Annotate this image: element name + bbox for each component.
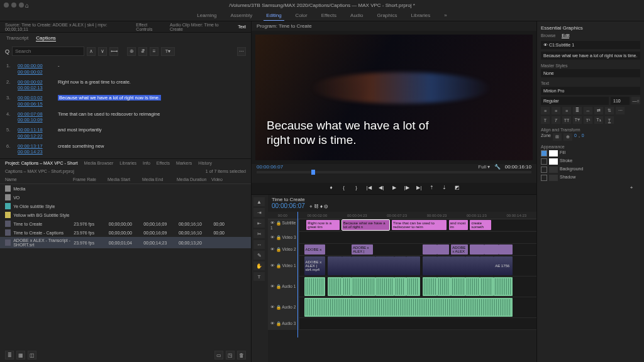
caption-row[interactable]: 3.00:00:03:0200:00:06:15Because what we …	[6, 93, 245, 109]
faux-italic-icon[interactable]: T	[552, 116, 560, 124]
lift-icon[interactable]: ⇡	[428, 185, 436, 190]
eg-more-icon[interactable]: ⋯	[616, 107, 625, 114]
bg-color-swatch[interactable]	[549, 167, 558, 173]
caption-row[interactable]: 2.00:00:00:0200:00:02:13Right now is a g…	[6, 77, 245, 94]
add-marker-icon[interactable]: ♦	[328, 185, 335, 190]
justify-icon[interactable]: ≣	[573, 107, 582, 114]
col-name[interactable]: Name	[5, 177, 73, 182]
eg-font-style[interactable]: Regular	[541, 97, 609, 105]
project-row[interactable]: Time to Create23.976 fps00;00;00;0000;00…	[0, 219, 251, 228]
workspace-overflow-icon[interactable]: »	[441, 11, 449, 20]
timeline-clip[interactable]: ADOBE x ALEX | sk4.mp4	[304, 256, 326, 275]
caption-row[interactable]: 4.00:00:07:0800:00:10:09Time that can be…	[6, 109, 245, 126]
project-row[interactable]: Yellow with BG Subtitle Style	[0, 211, 251, 219]
hand-tool-icon[interactable]: ✋	[253, 261, 265, 270]
source-monitor-tab[interactable]: Source: Time to Create: ADOBE x ALEX | s…	[5, 23, 131, 31]
project-row[interactable]: ADOBE x ALEX - Transcript - SHORT.srt23.…	[0, 237, 251, 248]
superscript-icon[interactable]: T¹	[584, 116, 592, 124]
timeline-track[interactable]: 👁 🔒 Audio 1	[268, 277, 536, 297]
fill-checkbox[interactable]	[541, 150, 547, 156]
eg-size-slider-icon[interactable]: —○	[631, 97, 640, 104]
snap-icon[interactable]: ⌖	[309, 204, 313, 209]
razor-tool-icon[interactable]: ✂	[253, 229, 265, 238]
captions-tab[interactable]: Captions	[36, 35, 56, 41]
caption-row[interactable]: 6.00:00:13:1700:00:14:23create something…	[6, 141, 245, 158]
freeform-view-icon[interactable]: ◫	[28, 351, 36, 359]
allcaps-icon[interactable]: TT	[562, 116, 571, 124]
subscript-icon[interactable]: T₁	[594, 116, 603, 124]
timeline-clip[interactable]	[423, 256, 437, 275]
col-video[interactable]: Video	[211, 177, 246, 182]
shadow-checkbox[interactable]	[541, 175, 547, 181]
program-current-tc[interactable]: 00:00:06:07	[257, 164, 283, 170]
project-tab[interactable]: Project: Captions – MAX VPC - Short	[5, 161, 78, 165]
project-row[interactable]: Ye Olde subtitle Style	[0, 202, 251, 211]
eg-layer-item[interactable]: 👁 C1:Subtitle 1	[543, 43, 574, 47]
audio-clip-mixer-tab[interactable]: Audio Clip Mixer: Time to Create	[170, 23, 233, 31]
mark-in-icon[interactable]: {	[340, 185, 348, 190]
timeline-ruler[interactable]: 00:0000:00:02:0000:00:04:2300:00:07:2300…	[268, 212, 536, 219]
timeline-clip[interactable]: and most im	[449, 220, 468, 230]
shadow-color-swatch[interactable]	[549, 175, 558, 181]
col-mediaend[interactable]: Media End	[142, 177, 177, 182]
program-monitor-tab[interactable]: Program: Time to Create	[257, 23, 312, 29]
type-tool-icon[interactable]: T	[253, 272, 265, 281]
track-header[interactable]: 👁 🔒 Subtitle 1	[268, 219, 299, 231]
timeline-clip[interactable]	[352, 256, 375, 275]
program-scrub-bar[interactable]	[257, 171, 531, 173]
timeline-track[interactable]: 👁 🔒 Audio 2	[268, 297, 536, 318]
selection-tool-icon[interactable]: ▲	[253, 197, 265, 206]
new-item-icon[interactable]: ◳	[226, 351, 235, 359]
workspace-graphics[interactable]: Graphics	[375, 11, 400, 20]
timeline-clip[interactable]	[451, 256, 465, 275]
workspace-audio[interactable]: Audio	[348, 11, 365, 20]
linked-sel-icon[interactable]: ⛓	[314, 204, 319, 209]
timeline-clip[interactable]: Because what we have a lot of right n	[342, 220, 389, 230]
eg-master-style-dropdown[interactable]: None	[541, 69, 640, 77]
add-caption-icon[interactable]: ⊕	[127, 47, 136, 56]
ripple-edit-icon[interactable]: ⇤	[253, 219, 265, 228]
new-bin-icon[interactable]: ▭	[214, 351, 223, 359]
transcript-tab[interactable]: Transcript	[6, 35, 28, 41]
step-back-icon[interactable]: ◀|	[378, 185, 386, 190]
timeline-clip[interactable]: Right now is a great tim	[306, 220, 340, 230]
marker-icon[interactable]: ♦	[320, 204, 323, 209]
workspace-color[interactable]: Color	[293, 11, 310, 20]
timeline-track[interactable]: 👁 🔒 Subtitle 1Right now is a great timBe…	[268, 219, 536, 232]
col-framerate[interactable]: Frame Rate	[73, 177, 108, 182]
track-header[interactable]: 👁 🔒 Video 3	[268, 232, 299, 243]
timeline-clip[interactable]	[437, 244, 449, 255]
eg-pos-x[interactable]: 0	[574, 133, 577, 141]
info-tab[interactable]: Info	[143, 161, 150, 165]
timeline-track[interactable]: 👁 🔒 Video 1ADOBE x ALEX | sk4.mp4AE 1756	[268, 256, 536, 277]
timeline-clip[interactable]	[394, 256, 406, 275]
workspace-editing[interactable]: Editing	[264, 11, 284, 21]
align-left-icon[interactable]: ≡	[541, 107, 550, 114]
project-row[interactable]: VO	[0, 193, 251, 202]
eg-pos-y[interactable]: 0	[582, 133, 584, 141]
position-icon[interactable]: ⊕	[564, 133, 572, 141]
workspace-libraries[interactable]: Libraries	[409, 11, 433, 20]
list-view-icon[interactable]: ≣	[5, 351, 14, 359]
history-tab[interactable]: History	[198, 161, 212, 165]
workspace-effects[interactable]: Effects	[319, 11, 339, 20]
eg-browse-tab[interactable]: Browse	[541, 33, 555, 38]
go-to-in-icon[interactable]: |◀	[365, 185, 373, 190]
timeline-clip[interactable]	[437, 277, 452, 296]
timeline-clip[interactable]	[494, 277, 513, 296]
prev-match-icon[interactable]: ∧	[87, 47, 96, 56]
timeline-clip[interactable]: AE 1756	[494, 256, 513, 275]
timeline-clip[interactable]	[342, 277, 352, 296]
track-header[interactable]: 👁 🔒 Audio 1	[268, 277, 299, 297]
timeline-clip[interactable]	[375, 277, 394, 296]
fill-color-swatch[interactable]	[549, 150, 558, 156]
export-frame-icon[interactable]: ◩	[453, 185, 461, 190]
settings-icon[interactable]: ⚙	[324, 204, 328, 209]
search-input[interactable]	[12, 47, 84, 56]
tracking-icon[interactable]: ⇄	[594, 107, 603, 114]
timeline-clip[interactable]: ADOBE x ALEX |	[352, 244, 373, 255]
eg-font-size[interactable]: 110	[611, 97, 630, 105]
delete-icon[interactable]: 🗑	[237, 351, 246, 359]
markers-tab[interactable]: Markers	[176, 161, 192, 165]
eg-edit-tab[interactable]: Edit	[562, 33, 569, 38]
